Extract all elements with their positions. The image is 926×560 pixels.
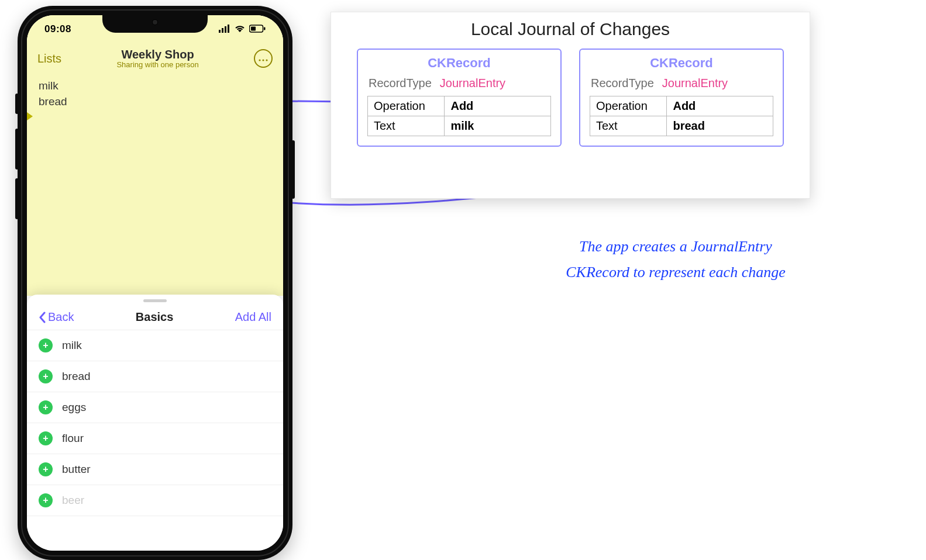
add-all-button[interactable]: Add All — [235, 310, 271, 324]
svg-point-9 — [266, 59, 267, 61]
note-item: milk — [39, 78, 271, 94]
list-item[interactable]: + beer — [27, 485, 283, 516]
field-key: Text — [590, 116, 667, 136]
svg-rect-2 — [225, 26, 226, 33]
recordtype-label: RecordType — [369, 77, 432, 90]
phone-mute-switch — [15, 94, 19, 114]
plus-icon[interactable]: + — [39, 400, 53, 414]
ckrecord-box: CKRecord RecordType JournalEntry Operati… — [579, 49, 784, 147]
note-body[interactable]: milk bread — [27, 78, 283, 109]
list-item[interactable]: + milk — [27, 330, 283, 361]
field-key: Text — [368, 116, 445, 136]
status-icons — [219, 25, 266, 34]
share-status-label: Sharing with one person — [116, 60, 198, 69]
table-row: Text bread — [590, 116, 773, 136]
sheet-list: + milk + bread + eggs + flour — [27, 330, 283, 516]
field-value: milk — [445, 116, 551, 136]
back-to-lists-button[interactable]: Lists — [37, 52, 61, 65]
sheet-back-button[interactable]: Back — [39, 310, 74, 324]
plus-icon[interactable]: + — [39, 431, 53, 445]
note-item: bread — [39, 94, 271, 110]
plus-icon[interactable]: + — [39, 462, 53, 476]
field-value: Add — [445, 96, 551, 116]
list-item[interactable]: + butter — [27, 454, 283, 485]
record-fields-table: Operation Add Text milk — [367, 96, 551, 136]
svg-rect-3 — [228, 25, 229, 33]
sheet-title: Basics — [136, 310, 174, 324]
plus-icon[interactable]: + — [39, 369, 53, 383]
battery-icon — [249, 25, 266, 34]
field-key: Operation — [368, 96, 445, 116]
list-item-label: eggs — [62, 401, 86, 414]
svg-point-7 — [259, 59, 260, 61]
sheet-header: Back Basics Add All — [27, 302, 283, 330]
field-value: bread — [667, 116, 773, 136]
phone-volume-down — [15, 178, 19, 219]
svg-rect-5 — [251, 26, 256, 30]
list-item-label: bread — [62, 370, 91, 383]
cursor-bullet-icon — [27, 112, 33, 120]
journal-panel: Local Journal of Changes CKRecord Record… — [331, 12, 810, 199]
svg-rect-0 — [219, 30, 221, 33]
phone-power-button — [291, 140, 295, 199]
plus-icon[interactable]: + — [39, 338, 53, 352]
list-item[interactable]: + bread — [27, 361, 283, 392]
field-key: Operation — [590, 96, 667, 116]
list-item-label: beer — [62, 494, 84, 507]
app-header: Lists Weekly Shop Sharing with one perso… — [27, 43, 283, 74]
basics-sheet: Back Basics Add All + milk + bread + — [27, 295, 283, 551]
record-fields-table: Operation Add Text bread — [590, 96, 773, 136]
chevron-left-icon — [39, 312, 46, 323]
table-row: Operation Add — [590, 96, 773, 116]
list-item[interactable]: + flour — [27, 423, 283, 454]
phone-frame: 09:08 — [18, 6, 292, 560]
plus-icon[interactable]: + — [39, 493, 53, 507]
field-value: Add — [667, 96, 773, 116]
sheet-back-label: Back — [48, 310, 74, 324]
table-row: Text milk — [368, 116, 551, 136]
table-row: Operation Add — [368, 96, 551, 116]
status-time: 09:08 — [44, 23, 71, 35]
ckrecord-heading: CKRecord — [590, 56, 773, 71]
more-options-button[interactable] — [254, 49, 273, 68]
camera-icon — [153, 20, 157, 25]
ellipsis-icon — [259, 53, 268, 64]
list-item-label: butter — [62, 463, 91, 476]
ckrecord-heading: CKRecord — [367, 56, 551, 71]
list-item[interactable]: + eggs — [27, 392, 283, 423]
list-item-label: flour — [62, 432, 84, 445]
ckrecord-box: CKRecord RecordType JournalEntry Operati… — [357, 49, 562, 147]
annotation-line: The app creates a JournalEntry — [524, 234, 828, 260]
annotation-line: CKRecord to represent each change — [524, 260, 828, 285]
recordtype-label: RecordType — [591, 77, 654, 90]
list-item-label: milk — [62, 339, 82, 352]
svg-point-8 — [262, 59, 264, 61]
svg-rect-1 — [222, 28, 223, 33]
signal-icon — [219, 25, 230, 34]
recordtype-value: JournalEntry — [662, 77, 728, 90]
wifi-icon — [234, 25, 246, 34]
phone-screen: 09:08 — [27, 15, 283, 551]
annotation-text: The app creates a JournalEntry CKRecord … — [524, 234, 828, 285]
phone-volume-up — [15, 129, 19, 170]
phone-notch — [102, 15, 208, 33]
svg-rect-6 — [264, 27, 266, 30]
journal-title: Local Journal of Changes — [349, 19, 792, 39]
page-title: Weekly Shop — [116, 48, 198, 61]
recordtype-value: JournalEntry — [440, 77, 505, 90]
